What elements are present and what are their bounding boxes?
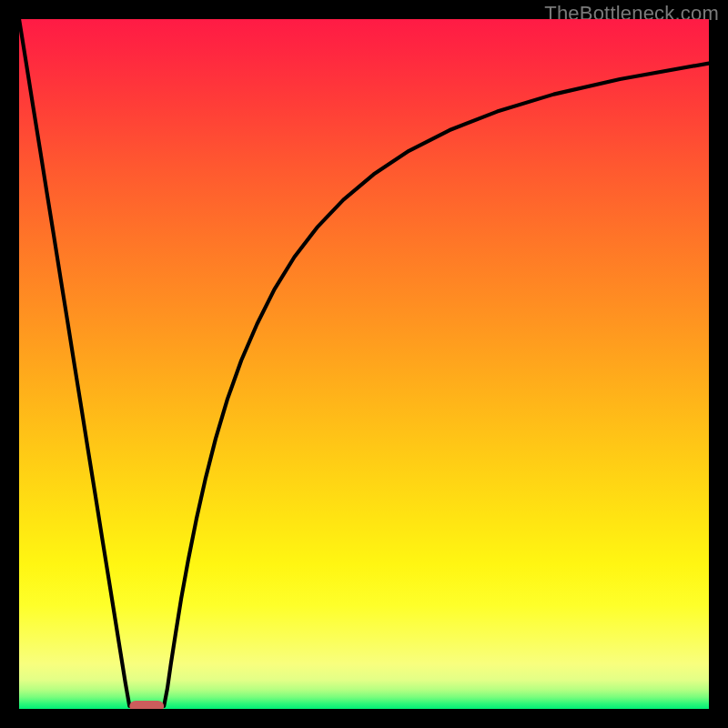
gradient-backdrop <box>19 19 709 709</box>
chart-frame: TheBottleneck.com <box>0 0 728 728</box>
minimum-marker <box>129 701 164 709</box>
chart-svg <box>19 19 709 709</box>
plot-area <box>19 19 709 709</box>
